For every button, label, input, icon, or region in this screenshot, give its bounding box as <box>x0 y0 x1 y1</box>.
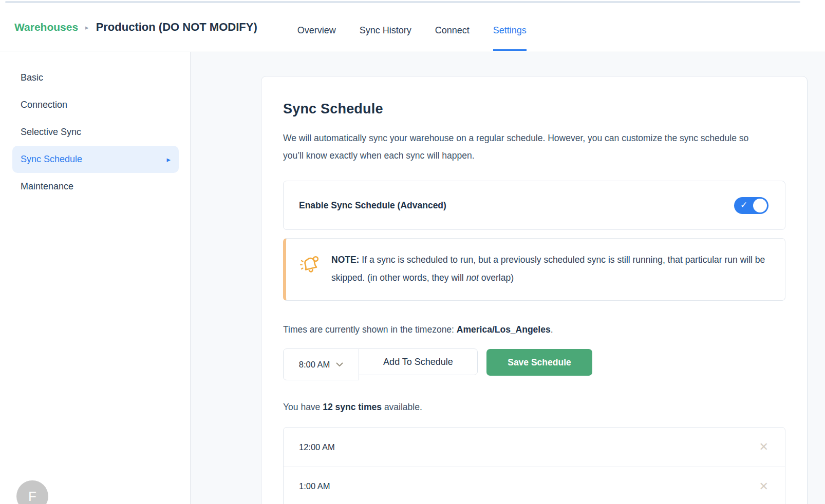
sync-schedule-card: Sync Schedule We will automatically sync… <box>261 76 808 504</box>
check-icon: ✓ <box>740 200 747 210</box>
sidebar-item-sync-schedule[interactable]: Sync Schedule ▸ <box>12 146 179 173</box>
user-avatar[interactable]: F <box>16 480 48 504</box>
timezone-suffix: . <box>551 324 553 335</box>
sync-times-list: 12:00 AM ✕ 1:00 AM ✕ <box>283 427 785 504</box>
sidebar-item-selective-sync[interactable]: Selective Sync <box>12 119 179 146</box>
section-description: We will automatically sync your warehous… <box>283 129 766 164</box>
availability-line: You have 12 sync times available. <box>283 402 785 413</box>
save-schedule-button[interactable]: Save Schedule <box>486 349 592 376</box>
note-italic-word: not <box>466 273 479 283</box>
timezone-prefix: Times are currently shown in the timezon… <box>283 324 457 335</box>
tab-bar: Overview Sync History Connect Settings <box>297 3 527 51</box>
tab-sync-history[interactable]: Sync History <box>360 3 411 51</box>
chevron-right-icon: ▸ <box>166 155 171 164</box>
availability-prefix: You have <box>283 402 323 412</box>
toggle-label: Enable Sync Schedule (Advanced) <box>299 200 446 211</box>
note-label: NOTE: <box>331 255 359 265</box>
content-area: Basic Connection Selective Sync Sync Sch… <box>0 52 825 504</box>
note-after: overlap) <box>479 273 514 283</box>
add-to-schedule-button[interactable]: Add To Schedule <box>359 348 478 375</box>
bell-notification-icon <box>297 254 321 277</box>
note-icon-wrap <box>286 251 331 287</box>
sidebar-item-connection[interactable]: Connection <box>12 91 179 119</box>
tab-overview[interactable]: Overview <box>297 3 336 51</box>
timezone-value: America/Los_Angeles <box>457 324 551 335</box>
availability-count: 12 sync times <box>323 402 382 412</box>
sidebar-item-basic[interactable]: Basic <box>12 64 179 91</box>
settings-nav: Basic Connection Selective Sync Sync Sch… <box>0 52 190 200</box>
sync-time-value: 1:00 AM <box>299 481 330 491</box>
chevron-down-icon <box>336 362 343 367</box>
sync-time-select[interactable]: 8:00 AM <box>283 348 359 380</box>
settings-sidebar: Basic Connection Selective Sync Sync Sch… <box>0 52 191 504</box>
sidebar-item-label: Maintenance <box>21 181 73 192</box>
sidebar-item-label: Sync Schedule <box>21 154 82 165</box>
sync-time-row: 1:00 AM ✕ <box>284 467 785 504</box>
sync-time-value: 12:00 AM <box>299 442 335 452</box>
note-callout: NOTE: If a sync is scheduled to run, but… <box>283 238 785 301</box>
sync-time-row: 12:00 AM ✕ <box>284 428 785 467</box>
sidebar-item-label: Connection <box>21 100 67 110</box>
enable-sync-schedule-row: Enable Sync Schedule (Advanced) ✓ <box>283 181 785 230</box>
remove-time-icon[interactable]: ✕ <box>759 441 768 453</box>
selected-time: 8:00 AM <box>299 360 330 370</box>
enable-sync-schedule-toggle[interactable]: ✓ <box>734 197 768 214</box>
note-text: NOTE: If a sync is scheduled to run, but… <box>331 251 768 287</box>
note-body: If a sync is scheduled to run, but a pre… <box>331 255 765 283</box>
tab-connect[interactable]: Connect <box>435 3 470 51</box>
page-header: Warehouses ▸ Production (DO NOT MODIFY) … <box>0 3 825 51</box>
schedule-controls: 8:00 AM Add To Schedule Save Schedule <box>283 348 785 380</box>
section-title: Sync Schedule <box>283 101 785 117</box>
breadcrumb-separator-icon: ▸ <box>85 23 89 31</box>
page-title: Production (DO NOT MODIFY) <box>96 21 257 34</box>
breadcrumb-warehouses-link[interactable]: Warehouses <box>14 21 78 33</box>
sidebar-item-label: Selective Sync <box>21 127 81 138</box>
sidebar-item-maintenance[interactable]: Maintenance <box>12 173 179 200</box>
sidebar-item-label: Basic <box>21 72 43 83</box>
main-panel: Sync Schedule We will automatically sync… <box>191 52 825 504</box>
tab-settings[interactable]: Settings <box>493 3 527 51</box>
toggle-knob <box>753 199 767 212</box>
breadcrumb: Warehouses ▸ Production (DO NOT MODIFY) <box>0 3 257 51</box>
remove-time-icon[interactable]: ✕ <box>759 481 768 492</box>
availability-suffix: available. <box>382 402 422 412</box>
timezone-line: Times are currently shown in the timezon… <box>283 324 785 335</box>
